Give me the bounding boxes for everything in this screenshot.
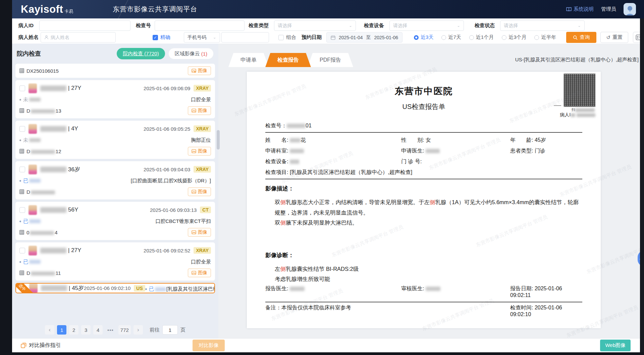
exam-list-item[interactable]: 36岁 2025-01-06 09:04:03 XRAY 已 [口腔曲面断层,口…	[15, 161, 215, 199]
phone-field-select[interactable]: 手机号码⌄	[184, 32, 220, 43]
diagnosis-text: 左侧乳腺囊实性结节 BI-RADS:2级 考虑乳腺增生所致可能	[275, 264, 582, 284]
search-button[interactable]: 查询	[566, 32, 596, 43]
tab-pdf-report[interactable]: PDF报告	[308, 53, 353, 67]
exam-type-select[interactable]: 请选择⌄	[274, 20, 356, 31]
exam-list-item-selected[interactable]: | 45岁 2025-01-06 09:02:10 US 已 [乳腺及其引流区淋…	[15, 283, 215, 293]
goto-page-input[interactable]	[162, 325, 178, 335]
compare-images-button[interactable]: 对比影像	[193, 340, 225, 351]
system-help-link[interactable]: 系统说明	[566, 6, 594, 12]
view-image-button[interactable]: 图像	[188, 269, 211, 277]
item-checkbox[interactable]	[19, 248, 25, 253]
report-tabs: 申请单 检查报告 PDF报告 US-[乳腺及其引流区淋巴结彩超（乳腺中心）,超声…	[218, 44, 644, 67]
exam-type-label: 检查类型	[249, 22, 274, 29]
image-icon	[192, 190, 196, 194]
image-icon	[192, 271, 196, 275]
page-word: 页	[180, 327, 185, 333]
prev-page-button[interactable]: ‹	[45, 325, 54, 335]
qr-caption: 扫	[572, 107, 595, 112]
patient-info-grid: 姓 名: 花 性 别: 女 年 龄: 45岁 申请科室: 申请医生: 患者类型:…	[265, 133, 582, 176]
combo-checkbox[interactable]	[278, 35, 284, 40]
description-text: 双侧乳腺形态大小正常，内结构清晰，导管未见明显增宽。于左侧乳腺（1A）可见大小约…	[275, 197, 582, 228]
item-checkbox[interactable]	[19, 207, 25, 213]
patient-name-redacted	[40, 85, 66, 91]
exam-status-select[interactable]: 请选择⌄	[500, 20, 585, 31]
exam-list-item[interactable]: 56Y 2025-01-06 09:03:13 CT 已 口腔CBCT锥形束CT…	[15, 202, 215, 240]
radio-dot-icon	[534, 35, 539, 40]
range-1month-radio[interactable]: 近1个月	[469, 34, 494, 41]
reset-icon: ↺	[606, 35, 610, 41]
chevron-down-icon: ⌄	[213, 36, 216, 39]
item-checkbox[interactable]	[19, 85, 25, 91]
page-ellipsis[interactable]: •••	[105, 325, 116, 335]
current-user: 管理员	[601, 6, 616, 12]
exam-list-item-partial[interactable]: DX250106015 图像	[15, 64, 215, 78]
modality-badge: US	[134, 285, 145, 292]
current-exam-title: US-[乳腺及其引流区淋巴结彩超（乳腺中心）,超声检查]	[515, 57, 644, 63]
person-icon	[44, 35, 49, 40]
page-button-4[interactable]: 4	[93, 325, 103, 335]
exam-id: D11	[26, 270, 61, 276]
patient-name-redacted	[40, 248, 66, 253]
patient-name-input[interactable]: 病人姓名	[41, 32, 116, 43]
panel-resize-handle[interactable]	[217, 130, 220, 150]
view-image-button[interactable]: 图像	[188, 147, 211, 156]
item-checkbox[interactable]	[19, 126, 25, 132]
patient-name-redacted	[40, 167, 66, 172]
exam-list-item[interactable]: | 27Y 2025-01-06 09:02:52 XRAY 已 口腔全景 D1…	[15, 242, 215, 281]
search-icon	[573, 35, 578, 40]
patient-id-label: 病人ID	[18, 22, 39, 29]
modality-badge: CT	[200, 206, 211, 213]
range-3days-radio[interactable]: 近3天	[414, 34, 433, 41]
compare-guide-link[interactable]: 对比操作指引	[21, 342, 61, 349]
next-page-button[interactable]: ›	[133, 325, 143, 335]
date-range-picker[interactable]: 2025-01-04 至 2025-01-06	[326, 32, 402, 43]
range-halfyear-radio[interactable]: 近半年	[534, 34, 556, 41]
range-7days-radio[interactable]: 近7天	[441, 34, 461, 41]
view-image-button[interactable]: 图像	[188, 106, 211, 115]
exam-list-item[interactable]: | 27Y 2025-01-06 09:06:09 XRAY 未 口腔全景 D1…	[15, 80, 215, 118]
image-icon	[192, 109, 196, 113]
avatar[interactable]	[624, 3, 636, 15]
phone-input[interactable]	[221, 32, 269, 43]
report-document: 扫 病人I 东营市中医院 US检查报告单 检查号：01 姓 名: 花 性 别: …	[247, 72, 601, 328]
exam-list-item[interactable]: | 4Y 2025-01-06 09:05:25 XRAY 未 胸部正位 D12…	[15, 121, 215, 159]
tab-request-form[interactable]: 申请单	[228, 53, 269, 67]
patient-name-redacted	[41, 285, 67, 291]
reset-button[interactable]: ↺ 重置	[600, 32, 628, 43]
report-content-area: 东营市影像云共享调阅平台 管理员 东营市影像云共享调阅平台 管理员 东营市影像云…	[218, 67, 644, 338]
patient-id-input[interactable]	[39, 20, 130, 31]
patient-avatar	[29, 246, 37, 255]
patient-id-line: 病人I	[560, 112, 595, 118]
exam-no-input[interactable]	[155, 20, 245, 31]
exam-list: DX250106015 图像 | 27Y 2025-01-06 09:06:09…	[12, 64, 218, 321]
patient-avatar	[29, 83, 37, 93]
image-icon	[192, 149, 196, 153]
page-button-2[interactable]: 2	[69, 325, 78, 335]
tab-cloud-exams[interactable]: 区域影像云 (1)	[168, 48, 214, 59]
exact-match-checkbox[interactable]: ✓	[153, 35, 158, 40]
item-checkbox[interactable]	[19, 167, 25, 172]
patient-name-label: 病人姓名	[18, 34, 41, 41]
book-icon	[566, 7, 572, 12]
qr-code	[564, 74, 595, 107]
image-icon	[192, 69, 196, 73]
chevron-down-icon: ⌄	[349, 24, 352, 27]
tab-local-exams[interactable]: 院内检查 (7720)	[117, 48, 165, 59]
top-bar: Kayisoft 卡易 东营市影像云共享调阅平台 系统说明 管理员	[12, 0, 644, 18]
exam-id: D12	[26, 149, 61, 154]
exam-device-select[interactable]: 请选择⌄	[389, 20, 464, 31]
page-button-1[interactable]: 1	[57, 325, 66, 335]
status-badge: 已	[19, 178, 41, 184]
range-3months-radio[interactable]: 近3个月	[502, 34, 526, 41]
status-badge: 已	[19, 259, 41, 265]
page-button-3[interactable]: 3	[81, 325, 91, 335]
tab-exam-report[interactable]: 检查报告	[265, 53, 311, 67]
view-image-button[interactable]: 图像	[188, 187, 211, 196]
view-image-button[interactable]: 图像	[188, 66, 211, 75]
status-badge: 未	[19, 137, 41, 143]
page-button-772[interactable]: 772	[118, 325, 131, 335]
divider	[265, 179, 582, 179]
view-image-button[interactable]: 图像	[188, 228, 211, 237]
grid-icon	[19, 68, 24, 73]
web-image-button[interactable]: Web图像	[600, 340, 631, 351]
